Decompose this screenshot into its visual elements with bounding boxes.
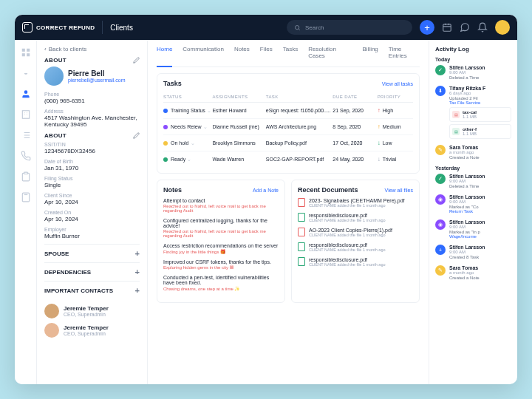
address-value: 4517 Washington Ave. Manchester, Kentuck…: [44, 115, 140, 128]
inbox-icon[interactable]: [21, 68, 31, 78]
phone-icon[interactable]: [21, 151, 31, 161]
file-chip[interactable]: ▤tax-cal1.1 MB: [449, 107, 511, 122]
activity-item[interactable]: ✎Sara Tomasa month agoCreated a Note: [435, 145, 511, 160]
svg-rect-8: [24, 172, 27, 174]
bell-icon[interactable]: [477, 22, 488, 33]
deps-section[interactable]: DEPENDENCIES+: [44, 262, 140, 281]
file-icon: [298, 228, 305, 236]
file-chip[interactable]: ▤other-f1.1 MB: [449, 124, 511, 139]
tab-billing[interactable]: Billing: [362, 46, 378, 62]
contact-item[interactable]: Jeremie TemperCEO, Superadmin: [44, 323, 140, 338]
search-input[interactable]: Search: [287, 20, 412, 35]
spouse-section[interactable]: SPOUSE+: [44, 244, 140, 262]
list-icon[interactable]: [21, 130, 31, 140]
clipboard-icon[interactable]: [21, 171, 31, 182]
note-item[interactable]: Configured centralized logging, thanks f…: [163, 218, 279, 238]
logo-icon: [22, 22, 33, 33]
tab-time[interactable]: Time Entries: [389, 46, 420, 62]
contact-avatar: [44, 323, 59, 338]
calendar-icon[interactable]: [442, 22, 452, 33]
svg-rect-4: [21, 53, 24, 56]
profile: Pierre Bell pierrebell@usermail.com: [44, 66, 140, 86]
tab-communication[interactable]: Communication: [183, 46, 224, 62]
activity-icon: ✓: [435, 174, 446, 184]
add-note[interactable]: Add a Note: [253, 188, 279, 193]
activity-item[interactable]: ✓Stifen Larsson9:00 AMDeleted a Time: [435, 65, 511, 80]
profile-name: Pierre Bell: [68, 69, 126, 78]
doc-item[interactable]: AO-2023 Client Copies-Pierre(1).pdfCLIEN…: [298, 228, 413, 237]
view-all-tasks[interactable]: View all tasks: [382, 81, 413, 86]
edit-icon[interactable]: [133, 132, 140, 139]
table-row[interactable]: On hold⌄Brooklyn SimmonsBackup Policy.pd…: [163, 135, 413, 151]
view-all-files[interactable]: View all files: [385, 188, 413, 193]
user-avatar[interactable]: [495, 20, 510, 35]
chat-icon[interactable]: [460, 22, 470, 33]
activity-icon: ◉: [435, 219, 446, 230]
calc-icon[interactable]: [21, 192, 31, 202]
table-row[interactable]: Needs Reiew⌄Dianne Russell (me)AWS Archi…: [163, 119, 413, 135]
grid-icon[interactable]: [21, 47, 31, 58]
svg-rect-7: [22, 111, 29, 119]
docs-card: Recent DocumentsView all files 2023- Sig…: [291, 180, 420, 303]
activity-icon: ✓: [435, 65, 446, 75]
contact-item[interactable]: Jeremie TemperCEO, Superadmin: [44, 304, 140, 318]
divider: [102, 21, 103, 34]
phone-value: (000) 965-6351: [44, 98, 140, 104]
doc-item[interactable]: responsibledisclosure.pdfCLIENT NAME add…: [298, 242, 413, 252]
section-title: Clients: [110, 24, 133, 32]
activity-item[interactable]: ◉Stifen Larsson9:00 AMMarked as "In pWag…: [435, 219, 511, 239]
brand-name: CORRECT REFUND: [36, 24, 95, 31]
tabs: Home Communication Notes Files Tasks Res…: [157, 46, 420, 67]
back-link[interactable]: ‹ Back to clients: [44, 46, 140, 52]
add-button[interactable]: +: [420, 20, 434, 35]
tab-home[interactable]: Home: [157, 46, 172, 67]
edit-icon[interactable]: [133, 57, 140, 64]
svg-point-0: [296, 25, 299, 29]
tab-tasks[interactable]: Tasks: [283, 46, 298, 62]
svg-rect-1: [443, 24, 451, 31]
tab-resolution[interactable]: Resolution Cases: [308, 46, 352, 62]
table-row[interactable]: Ready⌄Wade WarrenSOC2-GAP-REPORT.pdf24 M…: [163, 151, 413, 167]
file-icon: [298, 198, 305, 207]
doc-item[interactable]: 2023- Signabales (CEETHAMM Pere).pdfCLIE…: [298, 198, 413, 208]
file-icon: [298, 213, 305, 222]
svg-rect-9: [22, 193, 29, 202]
plus-icon: +: [135, 286, 140, 295]
activity-item[interactable]: ◉Stifen Larsson9:00 AMMarked as "CoRetur…: [435, 194, 511, 214]
file-icon: [298, 242, 305, 251]
tab-notes[interactable]: Notes: [234, 46, 250, 62]
doc-item[interactable]: responsibledisclosure.pdfCLIENT NAME add…: [298, 257, 413, 267]
search-placeholder: Search: [305, 24, 324, 31]
nav-rail: [15, 40, 37, 384]
activity-item[interactable]: +Stifen Larsson9:00 AMCreated 8 Task: [435, 245, 511, 259]
profile-avatar: [44, 66, 64, 86]
contact-avatar: [44, 304, 59, 318]
plus-icon: +: [135, 249, 140, 258]
note-item[interactable]: Attempt to contactReached out to Nahid, …: [163, 198, 279, 213]
contacts-section[interactable]: IMPORTANT CONTACTS+: [44, 281, 140, 299]
about-header: ABOUT: [44, 57, 66, 64]
svg-rect-3: [27, 49, 30, 52]
building-icon[interactable]: [21, 109, 31, 120]
main-content: Home Communication Notes Files Tasks Res…: [148, 40, 429, 384]
activity-item[interactable]: ✎Sara Tomasa month agoCreated a Note: [435, 265, 511, 280]
profile-email[interactable]: pierrebell@usermail.com: [68, 78, 126, 83]
tasks-card: TasksView all tasks STATUSASSIGNMENTSTAS…: [157, 73, 420, 174]
activity-icon: +: [435, 245, 446, 255]
note-item[interactable]: Access restriction recommendations on th…: [163, 243, 279, 254]
notes-card: NotesAdd a Note Attempt to contactReache…: [157, 180, 285, 303]
logo[interactable]: CORRECT REFUND: [22, 22, 95, 33]
note-item[interactable]: Conducted a pen-test, identified vulnera…: [163, 275, 279, 291]
activity-icon: ⬇: [435, 86, 446, 96]
activity-icon: ✎: [435, 265, 446, 276]
table-header: STATUSASSIGNMENTSTASKDUE DATEPRIORITY: [163, 92, 413, 103]
activity-item[interactable]: ✓Stifen Larsson9:00 AMDeleted a Time: [435, 174, 511, 188]
search-icon: [294, 24, 301, 31]
note-item[interactable]: Improved our CSRF tokens, thanks for the…: [163, 259, 279, 270]
user-icon[interactable]: [21, 89, 31, 99]
tab-files[interactable]: Files: [260, 46, 273, 62]
left-sidebar: ‹ Back to clients ABOUT Pierre Bell pier…: [37, 40, 148, 384]
activity-item[interactable]: ⬇Tifany Ritzka F6 days agoUploaded 2 Fil…: [435, 86, 511, 139]
table-row[interactable]: Training Status⌄Esther HowardeSign reque…: [163, 103, 413, 119]
doc-item[interactable]: responsibledisclosure.pdfCLIENT NAME add…: [298, 213, 413, 222]
